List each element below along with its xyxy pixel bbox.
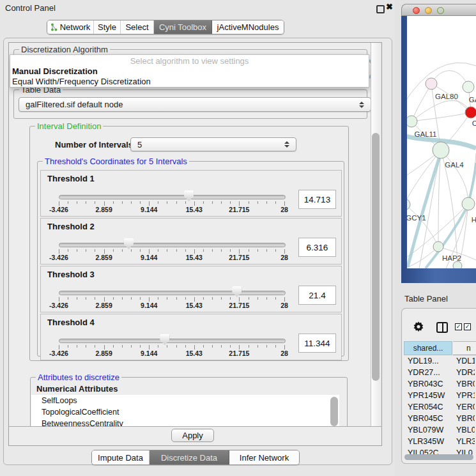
table-row[interactable]: YDL19...YDL1 bbox=[403, 356, 475, 367]
mac-close-light-icon[interactable] bbox=[413, 7, 420, 14]
node-gal4[interactable] bbox=[433, 142, 449, 158]
gear-icon[interactable] bbox=[413, 321, 424, 332]
table-row[interactable]: YDR27...YDR2 bbox=[403, 367, 475, 379]
algorithm-option[interactable]: Manual Discretization bbox=[10, 66, 369, 77]
slider-tick bbox=[194, 201, 195, 206]
node-gal80[interactable] bbox=[426, 78, 437, 89]
table-row[interactable]: YPR145WYPR1 bbox=[403, 390, 475, 402]
threshold-value-field[interactable]: 21.4 bbox=[298, 286, 336, 305]
apply-strip-divider bbox=[8, 426, 382, 427]
threshold-slider-track[interactable] bbox=[59, 291, 286, 295]
node-h[interactable] bbox=[462, 197, 475, 210]
threshold-slider-thumb[interactable] bbox=[184, 190, 194, 201]
node-hap2[interactable] bbox=[433, 242, 443, 252]
slider-tick bbox=[149, 249, 150, 254]
column-header-name[interactable]: n bbox=[453, 341, 476, 355]
tab-network[interactable]: Network bbox=[47, 20, 94, 34]
slider-tick bbox=[131, 345, 132, 348]
slider-tick bbox=[176, 201, 177, 204]
attribute-list-item[interactable]: BetweennessCentrality bbox=[31, 418, 339, 426]
threshold-coordinates-title: Threshold's Coordinates for 5 Intervals bbox=[43, 157, 189, 166]
slider-scale-label: 15.43 bbox=[186, 206, 203, 213]
threshold-slider-track[interactable] bbox=[59, 339, 286, 343]
close-icon[interactable]: ✖ bbox=[386, 2, 393, 12]
attribute-list-item[interactable]: TopologicalCoefficient bbox=[31, 406, 339, 418]
threshold-panel-4: Threshold 4-3.4262.8599.14415.4321.71528… bbox=[40, 314, 342, 360]
column-header-shared[interactable]: shared... bbox=[404, 341, 452, 355]
main-scrollbar-thumb[interactable] bbox=[372, 133, 380, 381]
table-row[interactable]: YBR043CYBR0 bbox=[403, 379, 475, 390]
checkbox-checked-icon[interactable]: ✓ bbox=[464, 323, 471, 330]
slider-tick bbox=[221, 201, 222, 204]
tab-style[interactable]: Style bbox=[94, 20, 121, 34]
slider-tick bbox=[59, 201, 59, 206]
slider-tick bbox=[221, 345, 222, 348]
table-row[interactable]: YER054CYER0 bbox=[403, 402, 475, 413]
attributes-list-scrollbar[interactable] bbox=[330, 397, 338, 426]
slider-scale-label: 28 bbox=[280, 254, 288, 261]
table-row[interactable]: YLR345WYLR3 bbox=[403, 436, 475, 448]
table-row[interactable]: YBL079WYBL0 bbox=[403, 425, 475, 436]
node-label-gal80: GAL80 bbox=[435, 93, 458, 100]
top-tabstrip: NetworkStyleSelectCyni ToolboxjActiveMNo… bbox=[47, 20, 284, 35]
split-columns-icon[interactable] bbox=[436, 322, 448, 333]
node-gal11[interactable] bbox=[406, 116, 417, 127]
cell-name: YER0 bbox=[456, 403, 475, 411]
checkbox-checked-icon[interactable]: ✓ bbox=[455, 323, 462, 330]
slider-tick bbox=[266, 297, 267, 300]
node-gcy1[interactable] bbox=[401, 199, 410, 210]
threshold-slider-thumb[interactable] bbox=[124, 238, 134, 249]
mac-minimize-light-icon[interactable] bbox=[425, 7, 432, 14]
float-window-icon[interactable] bbox=[376, 5, 385, 13]
tab-select[interactable]: Select bbox=[121, 20, 154, 34]
slider-tick bbox=[68, 249, 68, 252]
slider-tick bbox=[131, 249, 132, 252]
algorithm-option[interactable]: Equal Width/Frequency Discretization bbox=[10, 77, 369, 87]
threshold-value-field[interactable]: 14.713 bbox=[298, 190, 336, 209]
node-red[interactable] bbox=[465, 107, 476, 118]
slider-scale-label: 2.859 bbox=[95, 349, 112, 357]
mac-zoom-light-icon[interactable] bbox=[437, 7, 444, 14]
slider-tick bbox=[212, 249, 213, 252]
cell-name: YLR3 bbox=[456, 437, 475, 446]
slider-tick bbox=[275, 201, 276, 204]
node-table[interactable]: YDL19...YDL1YDR27...YDR2YBR043CYBR0YPR14… bbox=[403, 356, 475, 456]
slider-tick bbox=[239, 201, 240, 206]
tab-discretize-data[interactable]: Discretize Data bbox=[150, 450, 229, 464]
node-partial[interactable] bbox=[453, 261, 462, 268]
table-hscrollbar-thumb[interactable] bbox=[404, 454, 473, 460]
discretization-algorithm-title: Discretization Algorithm bbox=[19, 45, 110, 54]
slider-scale-label: -3.426 bbox=[49, 254, 68, 261]
threshold-slider-thumb[interactable] bbox=[232, 286, 242, 297]
threshold-slider-track[interactable] bbox=[59, 243, 286, 247]
threshold-value-field[interactable]: 11.344 bbox=[298, 334, 336, 353]
network-window-titlebar[interactable] bbox=[401, 4, 476, 16]
threshold-value-field[interactable]: 6.316 bbox=[298, 238, 336, 257]
slider-tick bbox=[77, 201, 77, 204]
numerical-attributes-list[interactable]: SelfLoopsTopologicalCoefficientBetweenne… bbox=[31, 395, 339, 426]
algorithm-hint-item[interactable]: Select algorithm to view settings bbox=[10, 55, 369, 66]
slider-tick bbox=[95, 345, 95, 348]
threshold-slider-track[interactable] bbox=[59, 195, 286, 199]
tab-infer-network[interactable]: Infer Network bbox=[229, 450, 299, 464]
tab-impute-data[interactable]: Impute Data bbox=[92, 450, 150, 464]
attribute-list-item[interactable]: SelfLoops bbox=[31, 395, 339, 406]
attributes-title: Attributes to discretize bbox=[36, 372, 121, 382]
table-data-combobox[interactable]: galFiltered.sif default node bbox=[19, 97, 371, 112]
number-of-intervals-label: Number of Intervals bbox=[55, 140, 133, 150]
node-label-gal4: GAL4 bbox=[445, 161, 464, 169]
slider-tick bbox=[95, 249, 95, 252]
node-ga[interactable] bbox=[463, 81, 474, 93]
tab-jactivemnodules[interactable]: jActiveMNodules bbox=[212, 20, 284, 34]
interval-definition-title: Interval Definition bbox=[35, 121, 103, 131]
apply-button[interactable]: Apply bbox=[171, 429, 214, 442]
bottom-tabstrip: Impute DataDiscretize DataInfer Network bbox=[91, 450, 300, 465]
threshold-label: Threshold 2 bbox=[47, 222, 95, 231]
table-row[interactable]: YBR045CYBR0 bbox=[403, 413, 475, 425]
slider-scale-label: 21.715 bbox=[229, 206, 249, 213]
slider-tick bbox=[176, 297, 177, 300]
tab-cyni-toolbox[interactable]: Cyni Toolbox bbox=[154, 20, 212, 34]
network-canvas[interactable]: GAL80GACGAL11GAL4GCY1HHAP2 bbox=[401, 16, 476, 268]
number-of-intervals-combobox[interactable]: 5 bbox=[130, 137, 296, 151]
threshold-slider-thumb[interactable] bbox=[160, 334, 169, 345]
